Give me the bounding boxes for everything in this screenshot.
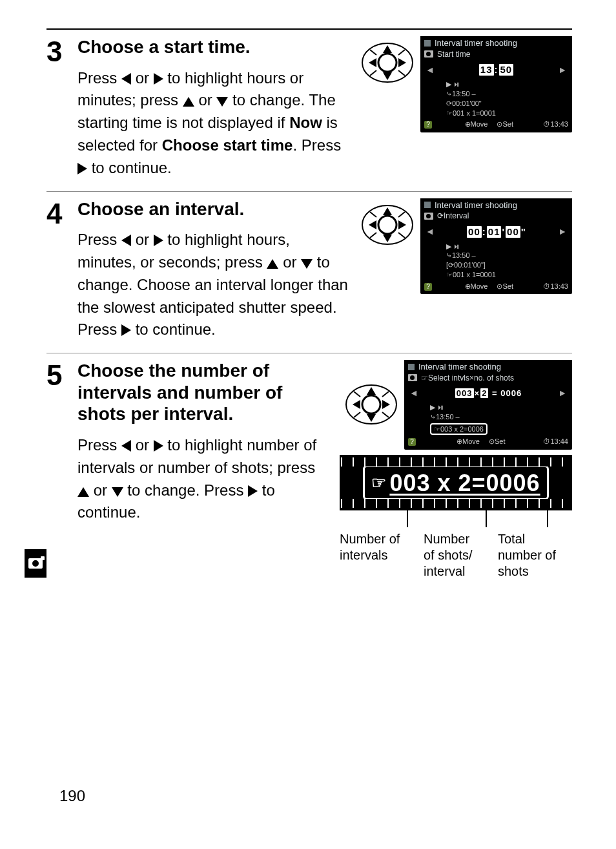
step-description: Press or to highlight hours, minutes, or… (77, 229, 349, 341)
lcd-left-arrow[interactable]: ◄ (426, 65, 435, 76)
right-icon (77, 163, 87, 174)
lcd-right-arrow[interactable]: ► (558, 226, 567, 237)
step-title: Choose an interval. (77, 198, 349, 220)
up-icon (77, 487, 89, 497)
step-title: Choose a start time. (77, 36, 349, 58)
step-description: Press or to highlight number of interval… (77, 434, 328, 524)
lcd-right-arrow[interactable]: ► (558, 388, 567, 399)
left-icon (121, 73, 131, 85)
left-icon (121, 235, 131, 246)
lcd-left-arrow[interactable]: ◄ (409, 388, 418, 399)
camera-icon (28, 558, 43, 569)
svg-point-21 (362, 395, 380, 414)
multi-selector-icon (361, 36, 414, 89)
up-icon (267, 259, 278, 269)
step-number: 5 (46, 360, 77, 390)
section-tab-shooting (25, 549, 46, 578)
svg-point-11 (378, 216, 396, 234)
lcd-highlighted-row: ☞003 x 2=0006 (430, 423, 488, 435)
camera-screen-intervals-shots: Interval timer shooting ☞Select intvls×n… (404, 360, 572, 450)
lcd-intervals-shots-value: 003×2 = 0006 (455, 388, 522, 399)
step-5: 5 Choose the number of intervals and num… (46, 360, 572, 580)
right-icon (154, 440, 163, 452)
lcd-right-arrow[interactable]: ► (558, 65, 567, 76)
camera-screen-interval: Interval timer shooting ⟳Interval ◄ 00:0… (420, 198, 572, 295)
lcd-start-time-value: 13:50 (478, 64, 514, 76)
multi-selector-icon (361, 198, 414, 251)
step-3: 3 Choose a start time. Press or to highl… (46, 36, 572, 180)
callout-labels: Number of intervals Number of shots/ int… (340, 531, 572, 580)
right-icon (248, 485, 258, 497)
right-icon (121, 324, 131, 336)
down-icon (216, 97, 228, 107)
lcd-interval-value: 00:01'00" (466, 226, 526, 238)
left-icon (121, 440, 131, 452)
step-title: Choose the number of intervals and numbe… (77, 360, 328, 425)
down-icon (112, 487, 123, 497)
lcd-left-arrow[interactable]: ◄ (426, 226, 435, 237)
multi-selector-icon (345, 378, 398, 431)
camera-icon (424, 50, 433, 58)
up-icon (183, 97, 194, 107)
down-icon (301, 259, 313, 269)
camera-icon (424, 213, 433, 220)
zoomed-highlight-strip: ☞003 x 2=0006 (340, 455, 572, 510)
svg-point-1 (378, 54, 396, 72)
step-description: Press or to highlight hours or minutes; … (77, 67, 349, 180)
step-number: 4 (46, 198, 77, 228)
callout-leader-lines (340, 510, 572, 529)
camera-screen-start-time: Interval timer shooting Start time ◄ 13:… (420, 36, 572, 132)
right-icon (154, 235, 163, 246)
step-number: 3 (46, 36, 77, 66)
page-number: 190 (59, 787, 85, 805)
camera-icon (408, 374, 417, 381)
step-4: 4 Choose an interval. Press or to highli… (46, 198, 572, 342)
right-icon (154, 73, 163, 85)
